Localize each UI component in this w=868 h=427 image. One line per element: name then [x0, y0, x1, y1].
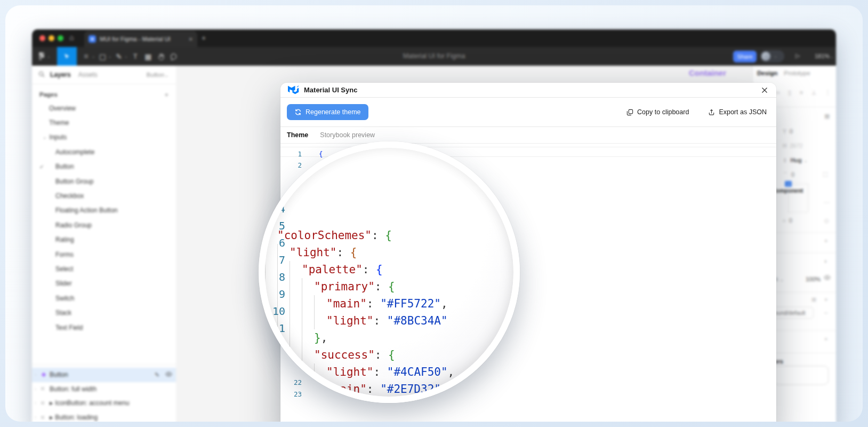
page-item-label: Button — [55, 163, 74, 170]
component-selector-label: Button — [147, 72, 164, 78]
chevron-down-icon[interactable]: ⌄ — [92, 54, 95, 59]
frame-title-container[interactable]: Container — [689, 68, 726, 77]
present-icon[interactable]: ▷ — [795, 52, 800, 59]
page-item[interactable]: Text Field — [32, 320, 176, 335]
page-item[interactable]: Slider — [32, 276, 176, 291]
chevron-down-icon[interactable]: ⌄ — [124, 54, 128, 59]
y-position-field[interactable]: Y0 — [783, 128, 793, 135]
frame-tool-icon[interactable]: ⌗ — [80, 50, 93, 63]
code-line: 9"success": { — [265, 286, 520, 303]
component-icon: ❖ — [41, 371, 50, 378]
page-item[interactable]: Checkbox — [32, 188, 176, 203]
code-line: 12} — [265, 337, 520, 354]
sync-icon — [294, 108, 302, 116]
eye-icon[interactable] — [165, 371, 176, 378]
comment-tool-icon[interactable] — [167, 50, 180, 63]
pencil-icon[interactable]: ✎ — [155, 371, 165, 378]
file-title[interactable]: Material UI for Figma — [403, 52, 465, 60]
gap-field[interactable]: ⌗0 — [783, 217, 792, 224]
browser-tab[interactable]: ◆ MUI for Figma - Material UI ✕ — [84, 31, 197, 47]
mui-logo-icon — [288, 85, 299, 95]
text-tool-icon[interactable]: T — [129, 50, 142, 63]
opacity-field[interactable]: 100% — [806, 276, 821, 282]
independent-corners-icon[interactable]: ⛶ — [823, 171, 827, 178]
chevron-down-icon[interactable]: ⌄ — [108, 54, 111, 59]
pen-tool-icon[interactable]: ✎ — [112, 50, 125, 63]
line-number: 2 — [280, 160, 302, 171]
hand-tool-icon[interactable] — [155, 50, 167, 63]
new-tab-button[interactable]: + — [202, 34, 206, 42]
chevron-down-icon[interactable]: ⌄ — [47, 54, 51, 59]
chevron-down-icon: ⌄ — [830, 54, 834, 59]
tab-theme[interactable]: Theme — [287, 131, 308, 139]
page-item[interactable]: ⌄Inputs — [32, 130, 176, 145]
page-item-label: Slider — [55, 280, 72, 287]
tab-prototype[interactable]: Prototype — [784, 70, 810, 76]
add-page-icon[interactable]: + — [164, 91, 168, 99]
resources-tool-icon[interactable]: ▦ — [142, 50, 155, 63]
add-fill-icon[interactable]: + — [824, 296, 827, 303]
tab-close-icon[interactable]: ✕ — [189, 36, 193, 42]
layer-item[interactable]: ⌗▶IconButton: account menu — [32, 396, 176, 410]
blend-mode-icon[interactable]: ◐ — [824, 258, 828, 264]
component-thumbnail[interactable] — [788, 184, 808, 212]
styles-icon[interactable]: ⊞ — [811, 296, 816, 303]
gap-value: 0 — [789, 217, 792, 224]
zoom-value: 181% — [815, 53, 830, 59]
share-button[interactable]: Share — [733, 51, 757, 62]
traffic-light-minimize[interactable] — [49, 35, 54, 41]
layer-item[interactable]: ❖Button✎ — [32, 368, 176, 382]
tab-design[interactable]: Design — [757, 70, 777, 76]
avatar[interactable]: ⌄ — [760, 50, 784, 62]
page-item[interactable]: Radio Group — [32, 218, 176, 232]
page-item[interactable]: Stack — [32, 305, 176, 320]
traffic-light-zoom[interactable] — [58, 35, 63, 41]
move-tool-button[interactable] — [57, 47, 77, 66]
layer-item[interactable]: ⌗Button: full width — [32, 382, 176, 397]
layer-item[interactable]: ⌗▶Button: loading — [32, 410, 176, 422]
alignment-icons[interactable]: ▭▯≡⊥⋮ — [774, 89, 831, 96]
shape-tool-icon[interactable]: ▢ — [96, 50, 109, 63]
play-icon: ▶ — [50, 401, 53, 406]
copy-to-clipboard-button[interactable]: Copy to clipboard — [623, 108, 692, 116]
code-line: 4"palette": { — [265, 200, 520, 217]
close-icon[interactable] — [760, 86, 769, 94]
sidebar-header: Layers Assets Button ⌄ — [32, 66, 176, 84]
tab-title: MUI for Figma - Material UI — [100, 36, 186, 42]
page-item[interactable]: Autocomplete — [32, 145, 176, 159]
search-icon[interactable] — [38, 70, 45, 80]
caret-down-icon[interactable]: ⌄ — [43, 135, 47, 140]
main-menu-icon[interactable] — [35, 50, 48, 63]
page-item[interactable]: Floating Action Button — [32, 203, 176, 218]
eye-icon[interactable] — [824, 275, 831, 281]
more-icon[interactable]: ⋯ — [824, 199, 830, 206]
home-icon[interactable]: ⌂ — [69, 33, 74, 42]
export-as-json-button[interactable]: Export as JSON — [705, 108, 770, 116]
component-selector[interactable]: Button ⌄ — [147, 72, 170, 78]
radius-field[interactable]: ⌒0 — [783, 171, 794, 179]
sizing-field[interactable]: ⇕Hug ⌄ — [783, 157, 811, 163]
tab-layers[interactable]: Layers — [50, 71, 71, 78]
diamond-icon[interactable]: ◇ — [824, 217, 829, 224]
selection-colors-swatch[interactable] — [773, 366, 829, 385]
zoom-level[interactable]: 181% ⌄ — [815, 53, 835, 59]
add-stroke-icon[interactable]: + — [824, 336, 827, 342]
page-item[interactable]: Theme — [32, 115, 176, 130]
tab-assets[interactable]: Assets — [78, 71, 98, 78]
page-item[interactable]: Switch — [32, 291, 176, 305]
page-item[interactable]: ✓Button — [32, 160, 176, 174]
traffic-light-close[interactable] — [39, 35, 45, 41]
add-icon[interactable]: + — [824, 238, 827, 244]
layout-grid-icon[interactable]: ▦ — [824, 113, 830, 120]
page-item[interactable]: Overview — [32, 101, 176, 115]
page-item[interactable]: Forms — [32, 247, 176, 262]
tab-storybook-preview[interactable]: Storybook preview — [320, 131, 375, 139]
height-field[interactable]: H2672 — [783, 143, 803, 149]
page-item[interactable]: Rating — [32, 233, 176, 247]
chevron-down-icon: ⌄ — [774, 54, 777, 59]
page-item-label: Autocomplete — [55, 148, 94, 156]
page-item[interactable]: Select — [32, 262, 176, 276]
page-item[interactable]: Button Group — [32, 174, 176, 188]
regenerate-theme-button[interactable]: Regenerate theme — [287, 104, 368, 120]
remove-icon[interactable]: – — [824, 309, 827, 315]
